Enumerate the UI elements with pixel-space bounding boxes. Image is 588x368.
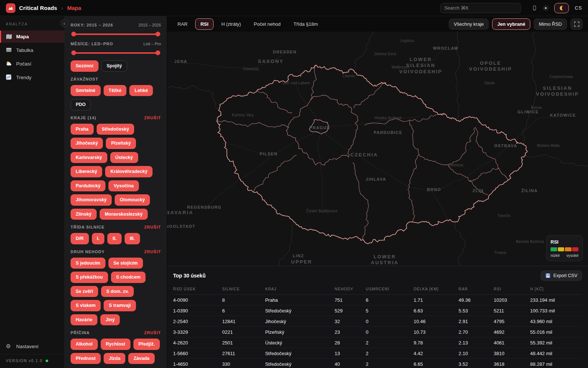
sidebar-item-mapa[interactable]: Mapa [0,31,64,43]
slider-handle-max[interactable] [155,32,160,36]
table-row[interactable]: 1-0390 6 Středočeský 529 5 6.63 5.53 521… [173,305,582,316]
cell-rsi: 3810 [494,351,530,356]
metric-tab-group: RARRSIH (ztráty)Počet nehodTřída §18m [172,18,326,30]
filter-chip[interactable]: Přednost [71,353,101,364]
filter-chip[interactable]: S chodcem [111,272,146,283]
filter-chip[interactable]: Jihočeský [71,138,103,149]
dark-theme-button[interactable] [554,3,569,13]
mode-chip[interactable]: Spojitý [101,60,127,72]
filter-chip[interactable]: Středočeský [97,124,134,135]
filter-chip[interactable]: S překážkou [71,272,108,283]
accident-type-clear-button[interactable]: ZRUŠIT [144,250,161,254]
fullscreen-button[interactable] [570,18,583,30]
filter-chip[interactable]: Vysočina [108,180,139,192]
top-bar: Critical Roads › Mapa [0,0,588,16]
filter-chip[interactable]: Moravskoslezský [100,209,148,220]
slider-track [71,52,160,54]
table-row[interactable]: 2-2540 12841 Jihočeský 32 0 10.46 2.91 4… [173,316,582,327]
cell-kraj: Středočeský [265,351,334,356]
filter-chip[interactable]: Těžké [104,85,127,96]
cell-usek: 4-2620 [173,340,222,346]
table-row[interactable]: 1-5660 27611 Středočeský 13 2 4.42 2.10 … [173,348,582,359]
filter-chip[interactable]: Liberecký [71,166,102,177]
filter-chip[interactable]: S tramvají [104,300,136,311]
table-row[interactable]: 4-2620 2501 Ústecký 28 2 9.78 2.13 4061 … [173,337,582,348]
regions-clear-button[interactable]: ZRUŠIT [144,116,161,120]
filter-chip[interactable]: Královéhradecký [105,166,153,177]
view-button[interactable]: Všechny kraje [449,18,489,30]
filter-chip[interactable]: Praha [71,124,94,135]
view-button[interactable]: Jen vybrané [492,18,530,30]
cell-usmrceni: 2 [366,340,413,346]
table-column-header: DÉLKA [KM] [413,287,458,291]
filter-chip[interactable]: Havárie [71,314,97,326]
sidebar-item-label: Mapa [16,34,29,39]
cell-rar: 2.70 [459,329,494,335]
filter-chip[interactable]: Smrtelné [71,85,101,96]
table-body: 4-0090 8 Praha 751 6 1.71 49.36 10203 23… [173,295,582,368]
filter-chip[interactable]: Karlovarský [71,152,107,163]
filter-chip[interactable]: II. [107,233,121,244]
sidebar-item-nastaveni[interactable]: ⚙ Nastavení [0,340,64,353]
trends-icon [6,74,12,81]
table-row[interactable]: 4-0090 8 Praha 751 6 1.71 49.36 10203 23… [173,295,582,305]
system-theme-button[interactable] [529,3,540,13]
metric-tab[interactable]: Třída §18m [288,18,323,30]
mode-chip[interactable]: Sezónní [71,60,98,72]
filter-chip[interactable]: Pardubický [71,180,105,192]
filter-chip[interactable]: Zlínský [71,209,97,220]
filter-chip[interactable]: PDO [71,99,91,110]
filter-chip[interactable]: Ústecký [110,152,138,163]
slider-handle-min[interactable] [71,32,76,36]
filter-chip[interactable]: Plzeňský [106,138,136,149]
cause-clear-button[interactable]: ZRUŠIT [144,330,161,335]
sidebar-item-tabulka[interactable]: Tabulka [0,44,64,56]
months-range-slider[interactable] [71,50,160,55]
cell-silnice: 6 [222,308,265,314]
filter-chip[interactable]: Předjíž. [133,339,160,350]
map-canvas[interactable]: DRESDENJENASAXONYChemnitzLegnicaWROCLAWJ… [167,32,588,266]
export-csv-button[interactable]: Export CSV [541,270,582,281]
metric-tab[interactable]: Počet nehod [249,18,286,30]
cell-h: 55.016 mil [530,329,582,335]
cell-usmrceni: 2 [366,351,413,356]
cell-h: 43.960 mil [530,319,582,324]
app-logo-icon[interactable] [6,3,15,13]
sidebar-collapse-button[interactable]: ‹ [60,19,68,27]
table-column-header: USMRCENÍ [366,287,413,291]
slider-handle-max[interactable] [155,50,160,55]
filter-chip[interactable]: Se zvěří [71,286,98,297]
sidebar-item-pocasi[interactable]: Počasí [0,58,64,70]
filter-chip[interactable]: S vlakem [71,300,101,311]
view-button[interactable]: Mimo ŘSD [534,18,567,30]
weather-icon [6,61,12,67]
table-row[interactable]: 1-4650 330 Středočeský 40 2 6.65 3.52 36… [173,359,582,368]
filter-chip[interactable]: Rychlost [101,339,130,350]
language-switcher[interactable]: CS [575,5,582,11]
filter-chip[interactable]: Se stojícím [108,258,143,269]
sidebar-item-trendy[interactable]: Trendy [0,71,64,84]
search-input[interactable] [440,3,521,13]
table-row[interactable]: 3-3329 0221 Plzeňský 23 0 10.73 2.70 469… [173,327,582,337]
filter-chip[interactable]: I. [92,233,105,244]
metric-tab[interactable]: RAR [172,18,193,30]
filter-chip[interactable]: Jiný [100,314,120,326]
filter-chip[interactable]: Olomoucký [115,194,150,206]
road-class-clear-button[interactable]: ZRUŠIT [144,225,161,229]
filter-chip[interactable]: D/R [71,233,89,244]
years-range-slider[interactable] [71,31,160,36]
filter-chip[interactable]: Závada [128,353,154,364]
metric-tab[interactable]: RSI [195,18,214,30]
filter-chip[interactable]: Jihomoravský [71,194,112,206]
filter-chip[interactable]: Lehké [129,85,153,96]
breadcrumb-current[interactable]: Mapa [67,5,81,11]
filter-chip[interactable]: S jedoucím [71,258,105,269]
filter-chip[interactable]: Jízda [104,353,125,364]
cell-silnice: 8 [222,297,265,303]
filter-chip[interactable]: III. [125,233,140,244]
light-theme-button[interactable] [540,3,551,13]
metric-tab[interactable]: H (ztráty) [216,18,246,30]
slider-handle-min[interactable] [71,50,76,55]
filter-chip[interactable]: Alkohol [71,339,98,350]
filter-chip[interactable]: S dom. zv. [101,286,134,297]
